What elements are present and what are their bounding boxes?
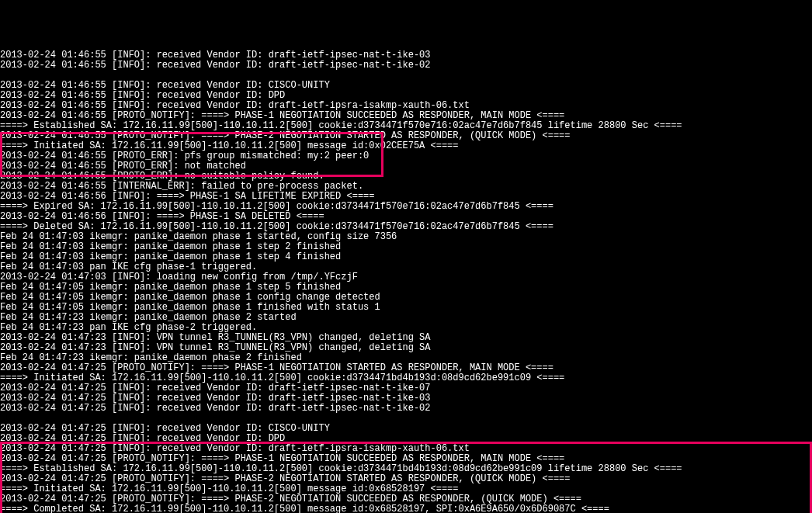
log-line: ====> Expired SA: 172.16.11.99[500]-110.… (0, 202, 812, 212)
log-line: Feb 24 01:47:05 ikemgr: panike_daemon ph… (0, 293, 812, 303)
log-line: Feb 24 01:47:23 ikemgr: panike_daemon ph… (0, 353, 812, 363)
log-line: ====> Initiated SA: 172.16.11.99[500]-11… (0, 484, 812, 494)
log-line: ====> Established SA: 172.16.11.99[500]-… (0, 121, 812, 131)
log-line: 2013-02-24 01:47:25 [PROTO_NOTIFY]: ====… (0, 363, 812, 373)
log-line: 2013-02-24 01:46:55 [PROTO_NOTIFY]: ====… (0, 111, 812, 121)
log-line: 2013-02-24 01:46:55 [INFO]: received Ven… (0, 101, 812, 111)
log-line: Feb 24 01:47:05 ikemgr: panike_daemon ph… (0, 303, 812, 313)
log-line: 2013-02-24 01:47:23 [INFO]: VPN tunnel R… (0, 343, 812, 353)
log-line: ====> Completed SA: 172.16.11.99[500]-11… (0, 504, 812, 513)
log-line: 2013-02-24 01:46:55 [INFO]: received Ven… (0, 91, 812, 101)
log-line (0, 71, 812, 81)
log-line: 2013-02-24 01:47:25 [INFO]: received Ven… (0, 383, 812, 393)
log-line: Feb 24 01:47:23 ikemgr: panike_daemon ph… (0, 313, 812, 323)
log-line: 2013-02-24 01:46:55 [INTERNAL_ERR]: fail… (0, 182, 812, 192)
log-line: 2013-02-24 01:47:25 [INFO]: received Ven… (0, 404, 812, 414)
log-line: 2013-02-24 01:47:25 [INFO]: received Ven… (0, 393, 812, 404)
log-line: 2013-02-24 01:46:55 [PROTO_ERR]: pfs gro… (0, 151, 812, 161)
log-line: Feb 24 01:47:03 pan IKE cfg phase-1 trig… (0, 262, 812, 272)
log-line: 2013-02-24 01:47:25 [INFO]: received Ven… (0, 434, 812, 444)
log-line: 2013-02-24 01:46:55 [PROTO_ERR]: not mat… (0, 161, 812, 172)
log-line: 2013-02-24 01:47:25 [PROTO_NOTIFY]: ====… (0, 454, 812, 464)
log-line: Feb 24 01:47:23 pan IKE cfg phase-2 trig… (0, 323, 812, 333)
log-line (0, 414, 812, 424)
log-line: Feb 24 01:47:03 ikemgr: panike_daemon ph… (0, 252, 812, 262)
log-line: 2013-02-24 01:47:25 [PROTO_NOTIFY]: ====… (0, 494, 812, 504)
log-line: 2013-02-24 01:47:23 [INFO]: VPN tunnel R… (0, 333, 812, 343)
log-line: 2013-02-24 01:46:55 [PROTO_ERR]: no suit… (0, 172, 812, 182)
log-line: ====> Deleted SA: 172.16.11.99[500]-110.… (0, 222, 812, 232)
log-lines: 2013-02-24 01:46:55 [INFO]: received Ven… (0, 50, 812, 513)
log-line: 2013-02-24 01:46:55 [INFO]: received Ven… (0, 81, 812, 91)
log-line: Feb 24 01:47:03 ikemgr: panike_daemon ph… (0, 232, 812, 242)
log-line: 2013-02-24 01:47:25 [INFO]: received Ven… (0, 424, 812, 434)
log-line: ====> Initiated SA: 172.16.11.99[500]-11… (0, 141, 812, 151)
log-line: 2013-02-24 01:46:56 [INFO]: ====> PHASE-… (0, 212, 812, 222)
log-line: 2013-02-24 01:47:25 [INFO]: received Ven… (0, 444, 812, 454)
log-line: 2013-02-24 01:46:55 [INFO]: received Ven… (0, 61, 812, 71)
log-line: 2013-02-24 01:46:55 [PROTO_NOTIFY]: ====… (0, 131, 812, 141)
log-line: 2013-02-24 01:47:25 [PROTO_NOTIFY]: ====… (0, 474, 812, 484)
log-line: 2013-02-24 01:46:55 [INFO]: received Ven… (0, 50, 812, 61)
log-line: Feb 24 01:47:05 ikemgr: panike_daemon ph… (0, 282, 812, 293)
log-line: ====> Initiated SA: 172.16.11.99[500]-11… (0, 373, 812, 383)
log-line: ====> Established SA: 172.16.11.99[500]-… (0, 464, 812, 474)
log-line: Feb 24 01:47:03 ikemgr: panike_daemon ph… (0, 242, 812, 252)
log-line: 2013-02-24 01:46:56 [INFO]: ====> PHASE-… (0, 192, 812, 202)
terminal-output: 2013-02-24 01:46:55 [INFO]: received Ven… (0, 30, 812, 513)
log-line: 2013-02-24 01:47:03 [INFO]: loading new … (0, 272, 812, 282)
